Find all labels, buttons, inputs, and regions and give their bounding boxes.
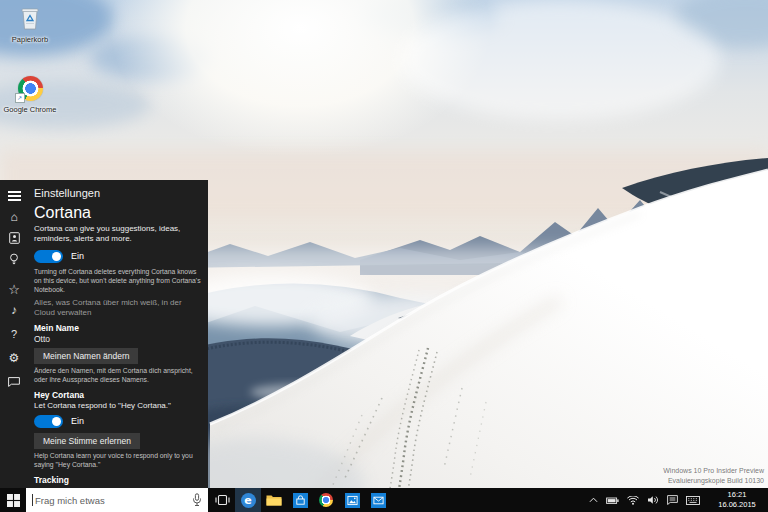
wifi-icon xyxy=(627,496,639,505)
chevron-up-icon xyxy=(589,497,598,503)
hamburger-icon xyxy=(8,191,21,201)
change-name-button[interactable]: Meinen Namen ändern xyxy=(34,348,138,364)
show-hidden-icons-button[interactable] xyxy=(589,497,598,503)
keyboard-icon xyxy=(686,496,700,505)
sidebar-item-settings[interactable]: ⚙ xyxy=(5,350,23,366)
tracking-label: Tracking xyxy=(34,475,202,485)
desktop: Papierkorb ↗ Google Chrome Windows 10 Pr… xyxy=(0,0,768,512)
taskbar-app-edge[interactable]: e xyxy=(235,488,261,512)
text-cursor xyxy=(32,494,33,506)
chrome-icon: ↗ xyxy=(18,76,43,101)
sidebar-item-notebook[interactable] xyxy=(5,230,23,246)
photos-icon xyxy=(345,493,360,508)
music-note-icon: ♪ xyxy=(11,304,17,316)
touch-keyboard-button[interactable] xyxy=(686,496,700,505)
search-input[interactable]: Frag mich etwas xyxy=(26,488,208,512)
lightbulb-icon xyxy=(9,253,19,266)
watermark-line2: Evaluierungskopie Build 10130 xyxy=(663,476,764,486)
insider-watermark: Windows 10 Pro Insider Preview Evaluieru… xyxy=(663,466,764,486)
notebook-icon xyxy=(9,232,20,244)
sidebar-item-feedback[interactable] xyxy=(5,374,23,390)
mail-icon xyxy=(371,493,386,508)
gear-icon: ⚙ xyxy=(9,352,20,364)
sidebar-item-home[interactable]: ⌂ xyxy=(5,209,23,225)
edge-icon: e xyxy=(241,493,256,508)
learn-voice-button[interactable]: Meine Stimme erlernen xyxy=(34,433,140,449)
taskbar-app-store[interactable] xyxy=(287,488,313,512)
hey-cortana-description: Let Cortana respond to "Hey Cortana." xyxy=(34,401,202,411)
search-placeholder: Frag mich etwas xyxy=(35,495,105,506)
cortana-sidebar: ⌂ ☆ ♪ ? xyxy=(0,180,28,488)
recycle-bin-icon xyxy=(19,5,41,31)
action-center-button[interactable] xyxy=(667,495,678,505)
action-center-icon xyxy=(667,495,678,505)
clock-time: 16:21 xyxy=(712,490,762,500)
my-name-value: Otto xyxy=(34,334,202,344)
task-view-button[interactable] xyxy=(209,488,235,512)
sidebar-item-music[interactable]: ♪ xyxy=(5,302,23,318)
watermark-line1: Windows 10 Pro Insider Preview xyxy=(663,466,764,476)
desktop-icon-google-chrome[interactable]: ↗ Google Chrome xyxy=(0,76,60,115)
taskbar-app-chrome[interactable] xyxy=(313,488,339,512)
task-view-icon xyxy=(215,494,230,506)
manage-cloud-link[interactable]: Alles, was Cortana über mich weiß, in de… xyxy=(34,298,202,318)
cortana-off-warning: Turning off Cortana deletes everything C… xyxy=(34,268,202,294)
clock[interactable]: 16:21 16.06.2015 xyxy=(712,490,762,510)
store-icon xyxy=(293,493,308,508)
toggle-knob xyxy=(52,417,61,426)
cortana-settings-panel: ⌂ ☆ ♪ ? xyxy=(0,180,208,488)
taskbar-app-mail[interactable] xyxy=(365,488,391,512)
hey-cortana-toggle-row: Ein xyxy=(34,414,202,428)
chrome-icon xyxy=(319,493,333,507)
sidebar-item-ideas[interactable] xyxy=(5,251,23,267)
speaker-icon xyxy=(647,495,659,505)
toggle-knob xyxy=(52,252,61,261)
star-icon: ☆ xyxy=(8,283,20,296)
volume-button[interactable] xyxy=(647,495,659,505)
shortcut-arrow-icon: ↗ xyxy=(15,93,25,103)
start-button[interactable] xyxy=(0,488,26,512)
cortana-intro-text: Cortana can give you suggestions, ideas,… xyxy=(34,224,202,244)
hey-cortana-toggle[interactable] xyxy=(34,415,63,428)
panel-title: Cortana xyxy=(34,204,202,222)
desktop-icon-label: Papierkorb xyxy=(0,36,60,45)
cortana-toggle[interactable] xyxy=(34,250,63,263)
hey-cortana-toggle-state: Ein xyxy=(71,416,84,426)
cortana-toggle-state: Ein xyxy=(71,251,84,261)
desktop-icon-label: Google Chrome xyxy=(0,106,60,115)
microphone-icon[interactable] xyxy=(192,493,202,507)
home-icon: ⌂ xyxy=(10,211,17,223)
battery-status-button[interactable] xyxy=(606,496,619,505)
desktop-icon-recycle-bin[interactable]: Papierkorb xyxy=(0,5,60,45)
battery-icon xyxy=(606,496,619,505)
help-icon: ? xyxy=(11,329,17,340)
cortana-settings-content: Einstellungen Cortana Cortana can give y… xyxy=(34,180,202,488)
windows-logo-icon xyxy=(7,494,20,507)
learn-voice-description: Help Cortana learn your voice to respond… xyxy=(34,452,202,470)
cortana-toggle-row: Ein xyxy=(34,249,202,263)
hamburger-menu-button[interactable] xyxy=(5,188,23,204)
taskbar: Frag mich etwas e xyxy=(0,488,768,512)
file-explorer-icon xyxy=(266,494,282,506)
system-tray: 16:21 16.06.2015 xyxy=(589,490,768,510)
my-name-label: Mein Name xyxy=(34,323,202,333)
clock-date: 16.06.2015 xyxy=(712,500,762,510)
taskbar-app-file-explorer[interactable] xyxy=(261,488,287,512)
panel-header: Einstellungen xyxy=(34,187,202,199)
taskbar-apps: e xyxy=(209,488,391,512)
sidebar-item-help[interactable]: ? xyxy=(5,326,23,342)
taskbar-app-photos[interactable] xyxy=(339,488,365,512)
network-status-button[interactable] xyxy=(627,496,639,505)
change-name-description: Ändere den Namen, mit dem Cortana dich a… xyxy=(34,367,202,385)
hey-cortana-label: Hey Cortana xyxy=(34,390,202,400)
sidebar-item-reminders[interactable]: ☆ xyxy=(5,281,23,297)
feedback-bubble-icon xyxy=(8,377,20,387)
